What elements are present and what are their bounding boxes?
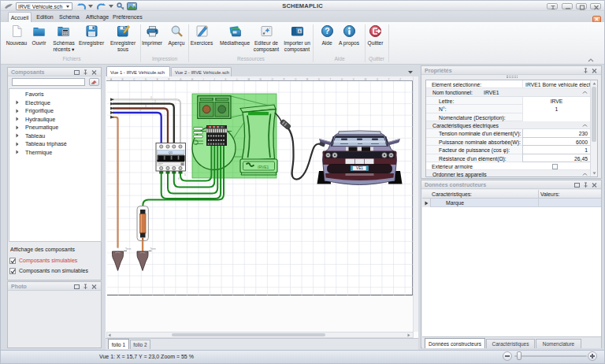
svg-text:2: 2 [154, 100, 156, 103]
svg-text:4: 4 [139, 109, 141, 112]
svg-text:Terre: Terre [125, 247, 131, 251]
svg-text:3: 3 [145, 105, 147, 108]
svg-text:Terre: Terre [150, 247, 156, 251]
svg-text:Q1: Q1 [169, 151, 173, 154]
svg-text:1: 1 [150, 96, 152, 99]
svg-text:IRVE1: IRVE1 [258, 165, 269, 169]
svg-text:VE1: VE1 [356, 166, 363, 170]
svg-text:?: ? [325, 26, 329, 35]
svg-text:A B C D E F G H I J K L M N O: A B C D E F G H I J K L M N O P Q R S T … [110, 78, 408, 81]
svg-text:5: 5 [184, 173, 186, 176]
svg-text:6: 6 [178, 177, 180, 180]
